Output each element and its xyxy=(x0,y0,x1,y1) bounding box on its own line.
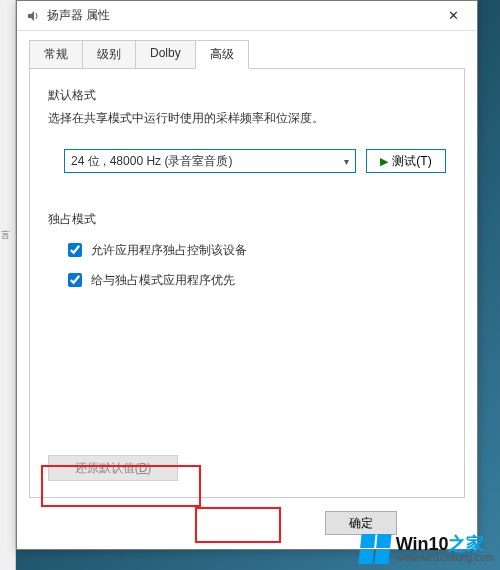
tab-levels[interactable]: 级别 xyxy=(82,40,136,69)
ok-button[interactable]: 确定 xyxy=(325,511,397,535)
checkbox-allow-exclusive[interactable]: 允许应用程序独占控制该设备 xyxy=(64,240,446,260)
speaker-icon xyxy=(25,8,41,24)
watermark-brand-prefix: Win10 xyxy=(396,534,449,554)
restore-defaults-button: 还原默认值(D) xyxy=(48,455,178,481)
dialog-body: 常规 级别 Dolby 高级 默认格式 选择在共享模式中运行时使用的采样频率和位… xyxy=(17,31,477,498)
test-button-label: 测试(T) xyxy=(392,153,431,170)
tab-dolby[interactable]: Dolby xyxy=(135,40,196,69)
checkbox-allow-exclusive-label: 允许应用程序独占控制该设备 xyxy=(91,242,247,259)
format-row: 24 位 , 48000 Hz (录音室音质) ▾ ▶ 测试(T) xyxy=(64,149,446,173)
restore-defaults-label-pre: 还原默认值( xyxy=(75,460,139,477)
titlebar[interactable]: 扬声器 属性 ✕ xyxy=(17,1,477,31)
tabstrip: 常规 级别 Dolby 高级 xyxy=(29,40,465,69)
watermark-text: Win10之家 www.win10xitong.com xyxy=(396,535,494,563)
test-button[interactable]: ▶ 测试(T) xyxy=(366,149,446,173)
default-format-description: 选择在共享模式中运行时使用的采样频率和位深度。 xyxy=(48,110,446,127)
close-button[interactable]: ✕ xyxy=(433,2,473,30)
restore-defaults-label-post: ) xyxy=(147,461,151,475)
checkbox-allow-exclusive-input[interactable] xyxy=(68,243,82,257)
watermark-url: www.win10xitong.com xyxy=(396,553,494,563)
truncated-background-text: 言 O efi xyxy=(0,230,16,260)
ok-button-label: 确定 xyxy=(349,515,373,532)
tab-advanced[interactable]: 高级 xyxy=(195,40,249,69)
speaker-properties-dialog: 扬声器 属性 ✕ 常规 级别 Dolby 高级 默认格式 选择在共享模式中运行时… xyxy=(16,0,478,550)
format-select-value: 24 位 , 48000 Hz (录音室音质) xyxy=(71,153,232,170)
tab-content-advanced: 默认格式 选择在共享模式中运行时使用的采样频率和位深度。 24 位 , 4800… xyxy=(29,68,465,498)
watermark-brand-suffix: 之家 xyxy=(448,534,484,554)
windows-logo-icon xyxy=(358,534,391,564)
exclusive-mode-label: 独占模式 xyxy=(48,211,446,228)
play-icon: ▶ xyxy=(380,155,388,168)
format-select[interactable]: 24 位 , 48000 Hz (录音室音质) ▾ xyxy=(64,149,356,173)
checkbox-exclusive-priority[interactable]: 给与独占模式应用程序优先 xyxy=(64,270,446,290)
tab-general[interactable]: 常规 xyxy=(29,40,83,69)
checkbox-exclusive-priority-label: 给与独占模式应用程序优先 xyxy=(91,272,235,289)
default-format-label: 默认格式 xyxy=(48,87,446,104)
close-icon: ✕ xyxy=(448,8,459,23)
background-left-strip: 言 O efi xyxy=(0,0,16,570)
checkbox-exclusive-priority-input[interactable] xyxy=(68,273,82,287)
watermark: Win10之家 www.win10xitong.com xyxy=(360,534,494,564)
chevron-down-icon: ▾ xyxy=(344,156,349,167)
restore-defaults-hotkey: D xyxy=(139,461,148,475)
window-title: 扬声器 属性 xyxy=(47,7,433,24)
